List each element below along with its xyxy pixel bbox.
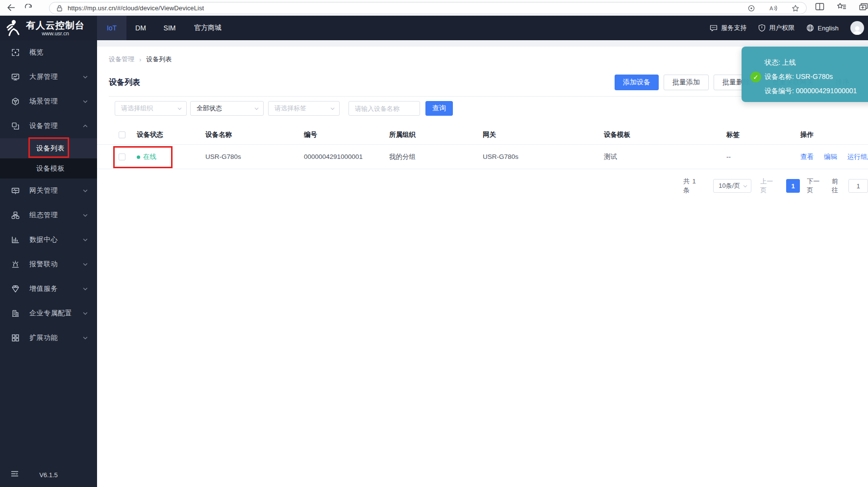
tab-mall[interactable]: 官方商城 bbox=[184, 16, 231, 40]
view-link[interactable]: 查看 bbox=[800, 145, 814, 169]
collections-icon[interactable] bbox=[859, 2, 868, 11]
breadcrumb-current: 设备列表 bbox=[146, 55, 172, 64]
address-bar[interactable]: https://mp.usr.cn/#/cloud/device/ViewDev… bbox=[49, 2, 807, 14]
search-button[interactable]: 查询 bbox=[425, 101, 453, 116]
back-icon[interactable] bbox=[4, 1, 18, 15]
tab-iot[interactable]: IoT bbox=[97, 16, 126, 40]
batch-add-button[interactable]: 批量添加 bbox=[664, 75, 709, 90]
tab-sim[interactable]: SIM bbox=[155, 16, 184, 40]
goto-page-input[interactable] bbox=[848, 179, 868, 193]
sidebar-item-scene-mgmt[interactable]: 场景管理 bbox=[0, 89, 97, 114]
bar-chart-icon bbox=[11, 236, 20, 244]
sidebar-nav: 概览 大屏管理 场景管理 设备管理 设备列表 设备模板 网关管理 bbox=[0, 40, 97, 487]
favorite-star-icon[interactable] bbox=[792, 4, 799, 12]
main-content: 设备管理 › 设备列表 设备列表 添加设备 批量添加 批量删除 批量关联网关 排… bbox=[97, 40, 868, 487]
building-icon bbox=[11, 309, 20, 318]
chevron-down-icon bbox=[82, 237, 88, 243]
add-device-button[interactable]: 添加设备 bbox=[615, 75, 659, 90]
refresh-icon[interactable] bbox=[22, 1, 35, 15]
next-page-button[interactable]: 下一页 bbox=[807, 177, 826, 195]
app-logo[interactable]: 有人云控制台 www.usr.cn bbox=[0, 16, 97, 40]
chevron-down-icon bbox=[82, 286, 88, 292]
url-text[interactable]: https://mp.usr.cn/#/cloud/device/ViewDev… bbox=[68, 4, 204, 12]
chat-icon bbox=[710, 25, 718, 32]
sidebar-item-device-list[interactable]: 设备列表 bbox=[0, 138, 97, 158]
breadcrumb-parent[interactable]: 设备管理 bbox=[109, 55, 134, 64]
chevron-down-icon bbox=[82, 310, 88, 316]
status-badge: 在线 bbox=[143, 145, 156, 169]
breadcrumb-separator: › bbox=[139, 56, 141, 63]
sidebar-item-extensions[interactable]: 扩展功能 bbox=[0, 326, 97, 350]
device-status-cell: 在线 bbox=[137, 145, 156, 169]
prev-page-button[interactable]: 上一页 bbox=[760, 177, 779, 195]
overview-icon bbox=[11, 49, 20, 57]
filter-bar: 请选择组织 全部状态 请选择标签 查询 bbox=[115, 101, 453, 116]
sidebar-item-screen-mgmt[interactable]: 大屏管理 bbox=[0, 65, 97, 89]
chevron-up-icon bbox=[82, 123, 88, 129]
sidebar-item-value-added-services[interactable]: 增值服务 bbox=[0, 277, 97, 301]
tab-dm[interactable]: DM bbox=[126, 16, 155, 40]
shield-icon bbox=[758, 24, 766, 32]
sidebar-item-overview[interactable]: 概览 bbox=[0, 40, 97, 65]
check-circle-icon: ✓ bbox=[750, 72, 761, 82]
scene-icon bbox=[11, 98, 20, 106]
sidebar-item-data-center[interactable]: 数据中心 bbox=[0, 228, 97, 252]
column-device-name: 设备名称 bbox=[205, 125, 232, 145]
actions-cell: 查看 编辑 运行组态 bbox=[800, 145, 868, 169]
column-serial-number: 编号 bbox=[304, 125, 317, 145]
status-select[interactable]: 全部状态 bbox=[190, 101, 264, 116]
column-gateway: 网关 bbox=[483, 125, 496, 145]
sidebar-item-alarm-linkage[interactable]: 报警联动 bbox=[0, 252, 97, 277]
sidebar-item-device-template[interactable]: 设备模板 bbox=[0, 158, 97, 179]
column-actions: 操作 bbox=[800, 125, 814, 145]
favorites-bar-icon[interactable] bbox=[837, 2, 846, 11]
column-device-status: 设备状态 bbox=[137, 125, 163, 145]
device-name-input[interactable] bbox=[348, 101, 420, 116]
lock-icon bbox=[56, 5, 63, 12]
chevron-down-icon bbox=[82, 212, 88, 218]
browser-toolbar: https://mp.usr.cn/#/cloud/device/ViewDev… bbox=[0, 0, 868, 16]
tag-cell: -- bbox=[726, 145, 731, 169]
support-link[interactable]: 服务支持 bbox=[710, 24, 746, 32]
gateway-cell: USR-G780s bbox=[483, 145, 519, 169]
language-switch[interactable]: English bbox=[806, 24, 839, 32]
location-icon[interactable] bbox=[747, 4, 755, 12]
user-avatar[interactable] bbox=[850, 21, 864, 35]
toast-status-line: 状态: 上线 bbox=[765, 58, 796, 67]
page-number-button[interactable]: 1 bbox=[786, 179, 800, 193]
row-checkbox[interactable] bbox=[119, 154, 125, 160]
pagination: 共 1 条 10条/页 上一页 1 下一页 前往 bbox=[683, 179, 868, 193]
organization-cell: 我的分组 bbox=[389, 145, 416, 169]
device-name-cell: USR-G780s bbox=[205, 145, 241, 169]
online-dot-icon bbox=[137, 155, 140, 159]
sidebar-item-device-mgmt[interactable]: 设备管理 bbox=[0, 114, 97, 138]
breadcrumb: 设备管理 › 设备列表 bbox=[109, 53, 172, 65]
chevron-down-icon bbox=[82, 99, 88, 104]
sidebar-item-gateway-mgmt[interactable]: 网关管理 bbox=[0, 179, 97, 203]
read-aloud-icon[interactable]: A bbox=[769, 4, 778, 12]
org-select[interactable]: 请选择组织 bbox=[115, 101, 187, 116]
select-all-checkbox[interactable] bbox=[119, 131, 125, 138]
run-scada-link[interactable]: 运行组态 bbox=[847, 145, 868, 169]
chevron-down-icon bbox=[82, 188, 88, 194]
tag-select[interactable]: 请选择标签 bbox=[268, 101, 340, 116]
template-cell: 测试 bbox=[604, 145, 617, 169]
serial-number-cell: 0000004291000001 bbox=[304, 145, 363, 169]
chevron-down-icon bbox=[177, 106, 182, 111]
column-device-template: 设备模板 bbox=[604, 125, 630, 145]
device-online-toast[interactable]: ✓ 状态: 上线 设备名称: USR-G780s 设备编号: 000000429… bbox=[742, 47, 868, 102]
app-header: 有人云控制台 www.usr.cn IoT DM SIM 官方商城 服务支持 用… bbox=[0, 16, 868, 40]
svg-text:A: A bbox=[769, 5, 773, 11]
page-size-select[interactable]: 10条/页 bbox=[713, 179, 751, 193]
gateway-icon bbox=[11, 187, 20, 195]
toast-device-sn-line: 设备编号: 0000004291000001 bbox=[765, 87, 857, 96]
sidebar-item-enterprise-config[interactable]: 企业专属配置 bbox=[0, 301, 97, 326]
edit-link[interactable]: 编辑 bbox=[824, 145, 837, 169]
gem-icon bbox=[11, 285, 20, 293]
device-icon bbox=[11, 122, 20, 130]
version-label: V6.1.5 bbox=[0, 471, 97, 479]
permissions-link[interactable]: 用户权限 bbox=[758, 24, 794, 32]
chevron-down-icon bbox=[82, 261, 88, 267]
split-screen-icon[interactable] bbox=[815, 2, 824, 11]
sidebar-item-scada-mgmt[interactable]: 组态管理 bbox=[0, 203, 97, 228]
